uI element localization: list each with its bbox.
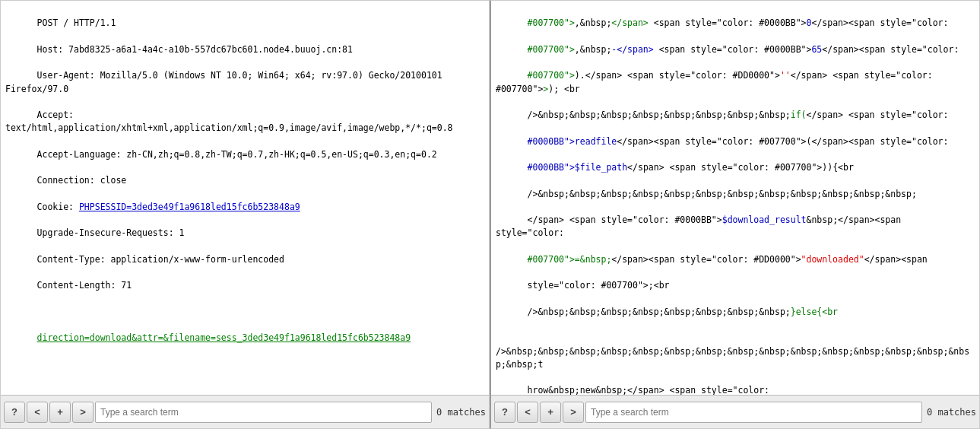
right-search-input[interactable] <box>585 402 922 423</box>
left-help-button[interactable]: ? <box>4 402 25 423</box>
left-line-6: Connection: close <box>37 175 127 186</box>
right-next-button[interactable]: > <box>563 402 584 423</box>
left-prev-button[interactable]: < <box>27 402 48 423</box>
left-matches-label: 0 matches <box>436 407 486 418</box>
right-prev-button[interactable]: < <box>517 402 538 423</box>
right-help-button[interactable]: ? <box>494 402 515 423</box>
left-post-body[interactable]: direction=download&attr=&filename=sess_3… <box>37 332 411 343</box>
right-line-1: #007700"> <box>528 17 575 28</box>
left-cookie-value[interactable]: PHPSESSID=3ded3e49f1a9618led15fc6b523848… <box>79 202 300 212</box>
right-matches-label: 0 matches <box>927 407 976 418</box>
right-panel: #007700">,&nbsp;</span> <span style="col… <box>490 0 980 429</box>
left-next-button[interactable]: > <box>72 402 94 423</box>
left-panel-content: POST / HTTP/1.1 Host: 7abd8325-a6a1-4a4c… <box>1 1 489 395</box>
right-toolbar: ? < + > 0 matches <box>491 395 979 428</box>
right-add-button[interactable]: + <box>540 402 561 423</box>
left-add-button[interactable]: + <box>49 402 71 423</box>
left-search-input[interactable] <box>95 402 432 423</box>
left-line-10: Content-Length: 71 <box>37 280 132 291</box>
left-line-4: Accept: text/html,application/xhtml+xml,… <box>5 110 453 133</box>
right-panel-content: #007700">,&nbsp;</span> <span style="col… <box>491 1 979 395</box>
left-line-1: POST / HTTP/1.1 <box>37 17 116 28</box>
left-line-9: Content-Type: application/x-www-form-url… <box>37 254 284 265</box>
left-toolbar: ? < + > 0 matches <box>1 395 489 428</box>
left-line-3: User-Agent: Mozilla/5.0 (Windows NT 10.0… <box>5 70 448 94</box>
left-line-2: Host: 7abd8325-a6a1-4a4c-a10b-557dc67bc6… <box>37 44 353 55</box>
left-panel: POST / HTTP/1.1 Host: 7abd8325-a6a1-4a4c… <box>0 0 490 429</box>
left-line-8: Upgrade-Insecure-Requests: 1 <box>37 227 185 238</box>
left-cookie-label: Cookie: <box>37 202 79 212</box>
left-line-5: Accept-Language: zh-CN,zh;q=0.8,zh-TW;q=… <box>37 149 437 160</box>
